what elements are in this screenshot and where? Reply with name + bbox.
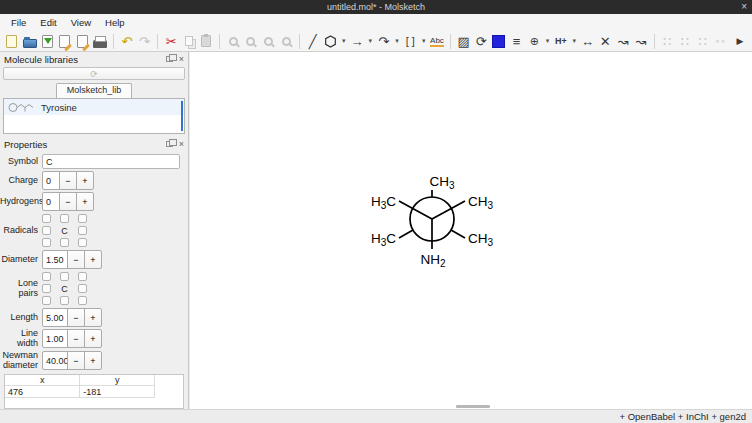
charge-tool-button[interactable]: ⊕ <box>526 32 542 50</box>
radical-checkbox[interactable] <box>42 214 51 223</box>
drawing-canvas[interactable]: CH3 H3C CH3 H3C CH3 NH2 <box>190 52 752 409</box>
radical-checkbox[interactable] <box>78 238 87 247</box>
radical-checkbox[interactable] <box>60 238 69 247</box>
rotate-tool-button[interactable]: ⟳ <box>473 32 489 50</box>
arrow-tool-button[interactable]: → <box>349 32 365 50</box>
zoom-out-button[interactable] <box>243 32 259 50</box>
atom-label-bottom-nh2[interactable]: NH2 <box>420 252 446 269</box>
print-button[interactable] <box>92 32 108 50</box>
atom-label-lower-left-h3c[interactable]: H3C <box>371 231 396 248</box>
charge-decrement-button[interactable]: − <box>59 171 77 190</box>
atom-label-lower-right-ch3[interactable]: CH3 <box>468 231 494 248</box>
float-dock-icon[interactable] <box>166 141 173 147</box>
hatch-tool-button[interactable]: ▨ <box>456 32 472 50</box>
electron-arrow-tool-button[interactable]: ↝ <box>615 32 631 50</box>
zoom-in-button[interactable] <box>225 32 241 50</box>
line-width-button[interactable]: ≡ <box>509 32 525 50</box>
zoom-reset-button[interactable] <box>261 32 277 50</box>
align-tool-3-button[interactable]: ∷ <box>695 32 711 50</box>
save-button[interactable] <box>39 32 55 50</box>
line-width-value[interactable]: 1.00 <box>42 329 68 348</box>
curved-arrow-tool-button[interactable]: ↷ <box>376 32 392 50</box>
bond-back-lower-left[interactable] <box>399 230 413 238</box>
diameter-increment-button[interactable]: + <box>84 250 102 269</box>
length-increment-button[interactable]: + <box>84 308 102 327</box>
open-file-button[interactable] <box>22 32 38 50</box>
newman-diameter-increment-button[interactable]: + <box>84 351 102 370</box>
toolbar-overflow-button[interactable]: ▶ <box>732 32 748 50</box>
lone-pair-checkbox[interactable] <box>78 296 87 305</box>
lone-pair-checkbox[interactable] <box>42 284 51 293</box>
line-width-decrement-button[interactable]: − <box>67 329 85 348</box>
hydrogen-tool-button[interactable]: H+ <box>553 32 569 50</box>
tab-molsketch-lib[interactable]: Molsketch_lib <box>56 83 133 98</box>
diameter-value[interactable]: 1.50 <box>42 250 68 269</box>
newman-projection-molecule[interactable]: CH3 H3C CH3 H3C CH3 NH2 <box>190 52 752 409</box>
delete-tool-button[interactable]: ✕ <box>597 32 613 50</box>
menu-file[interactable]: File <box>4 15 33 30</box>
molecule-bonds[interactable] <box>399 190 465 249</box>
align-tool-1-button[interactable]: ∷ <box>659 32 675 50</box>
close-window-button[interactable]: × <box>741 0 747 14</box>
charge-dropdown-arrow[interactable]: ▾ <box>544 37 551 45</box>
zoom-fit-button[interactable] <box>278 32 294 50</box>
bond-back-lower-right[interactable] <box>451 230 465 238</box>
lone-pair-checkbox[interactable] <box>78 284 87 293</box>
hydrogen-dropdown-arrow[interactable]: ▾ <box>571 37 578 45</box>
float-dock-icon[interactable] <box>166 56 173 62</box>
radical-checkbox[interactable] <box>60 214 69 223</box>
close-dock-icon[interactable]: × <box>179 54 184 64</box>
coordinate-x-cell[interactable]: 476 <box>5 386 80 398</box>
lone-pair-checkbox[interactable] <box>60 296 69 305</box>
library-list[interactable]: Tyrosine <box>3 98 185 134</box>
radical-checkbox[interactable] <box>42 238 51 247</box>
atom-label-upper-left-h3c[interactable]: H3C <box>371 194 396 211</box>
charge-value[interactable]: 0 <box>42 171 60 190</box>
text-tool-button[interactable]: Abc <box>429 32 445 50</box>
align-tool-2-button[interactable]: ∷ <box>677 32 693 50</box>
radical-checkbox[interactable] <box>78 214 87 223</box>
lone-pair-checkbox[interactable] <box>42 296 51 305</box>
hydrogens-decrement-button[interactable]: − <box>59 192 77 211</box>
menu-view[interactable]: View <box>64 15 98 30</box>
symbol-input[interactable]: C <box>42 154 180 169</box>
length-decrement-button[interactable]: − <box>67 308 85 327</box>
draw-tool-button[interactable]: ╱ <box>305 32 321 50</box>
newman-diameter-value[interactable]: 40.00 <box>42 351 68 370</box>
hydrogens-increment-button[interactable]: + <box>76 192 94 211</box>
arrow-dropdown-arrow[interactable]: ▾ <box>367 37 374 45</box>
atom-label-top-ch3[interactable]: CH3 <box>429 174 455 191</box>
export-button[interactable] <box>75 32 91 50</box>
lone-pair-checkbox[interactable] <box>60 272 69 281</box>
line-width-increment-button[interactable]: + <box>84 329 102 348</box>
diameter-decrement-button[interactable]: − <box>67 250 85 269</box>
bracket-tool-button[interactable]: [ ] <box>402 32 418 50</box>
align-tool-4-button[interactable]: ∘∘ <box>712 32 728 50</box>
ring-tool-button[interactable] <box>323 32 339 50</box>
newman-diameter-decrement-button[interactable]: − <box>67 351 85 370</box>
color-picker-button[interactable] <box>491 32 507 50</box>
radical-checkbox[interactable] <box>42 226 51 235</box>
save-as-button[interactable] <box>57 32 73 50</box>
charge-increment-button[interactable]: + <box>76 171 94 190</box>
library-refresh-button[interactable]: ⟳ <box>3 67 185 80</box>
undo-button[interactable]: ↶ <box>119 32 135 50</box>
ring-dropdown-arrow[interactable]: ▾ <box>340 37 347 45</box>
new-file-button[interactable] <box>4 32 20 50</box>
lone-pair-checkbox[interactable] <box>42 272 51 281</box>
close-dock-icon[interactable]: × <box>179 139 184 149</box>
canvas-horizontal-scrollbar[interactable] <box>456 405 490 408</box>
bracket-dropdown-arrow[interactable]: ▾ <box>420 37 427 45</box>
cut-button[interactable]: ✂ <box>163 32 179 50</box>
atom-label-upper-right-ch3[interactable]: CH3 <box>468 194 494 211</box>
library-scrollbar[interactable] <box>181 101 183 131</box>
lone-pair-checkbox[interactable] <box>78 272 87 281</box>
paste-button[interactable] <box>199 32 215 50</box>
menu-edit[interactable]: Edit <box>33 15 63 30</box>
curved-arrow-dropdown-arrow[interactable]: ▾ <box>394 37 401 45</box>
list-item-tyrosine[interactable]: Tyrosine <box>4 99 184 115</box>
radical-checkbox[interactable] <box>78 226 87 235</box>
coordinate-y-cell[interactable]: -181 <box>80 386 155 398</box>
transfer-tool-button[interactable]: ↔ <box>580 32 596 50</box>
electron-arrow-tool-2-button[interactable]: ↝ <box>633 32 649 50</box>
